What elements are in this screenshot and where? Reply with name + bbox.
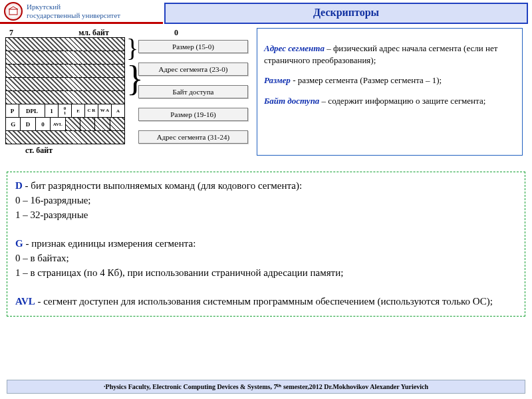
desc-text: - признак единицы измерения сегмента: xyxy=(23,238,196,249)
logo-area: Иркутский государственный университет xyxy=(0,0,163,24)
cell-CR: C R xyxy=(85,104,98,117)
byte-row xyxy=(5,77,125,91)
bit-high: 7 xyxy=(9,28,13,38)
cell-G: G xyxy=(6,118,21,130)
cell-A: A xyxy=(112,104,124,117)
svg-rect-0 xyxy=(9,9,17,15)
byte-row xyxy=(5,64,125,78)
cell-WA: W A xyxy=(98,104,112,117)
byte-row xyxy=(5,130,125,144)
label-access-byte: Байт доступа xyxy=(138,85,248,98)
cell-0-1: 01 xyxy=(59,104,72,117)
term-access: Байт доступа xyxy=(264,96,319,106)
university-logo-icon xyxy=(4,2,23,21)
byte-row-gd: G D 0 AVL xyxy=(5,117,125,131)
cell-hatched xyxy=(95,118,110,130)
desc-text: - сегмент доступен для использования сис… xyxy=(35,296,493,307)
page-title: Дескрипторы xyxy=(164,3,528,24)
symbol-D: D xyxy=(15,180,23,191)
desc-text: 0 – в байтах; xyxy=(15,251,517,266)
cell-E: E xyxy=(72,104,85,117)
bit-low: 0 xyxy=(174,28,178,38)
cell-1: 1 xyxy=(45,104,59,117)
desc-text: 1 – 32-разрядные xyxy=(15,208,517,223)
ml-byte-label: мл. байт xyxy=(78,28,109,38)
descriptor-diagram: 7 мл. байт 0 P DPL 1 01 E C R W A A xyxy=(5,28,251,156)
header-bar: Иркутский государственный университет Де… xyxy=(0,0,532,24)
brace-icon: } xyxy=(126,41,138,55)
desc-text: 1 – в страницах (по 4 Кб), при использов… xyxy=(15,266,517,281)
cell-hatched xyxy=(80,118,95,130)
byte-row-access: P DPL 1 01 E C R W A A xyxy=(5,104,125,118)
footer-credit: ·Physics Faculty, Electronic Computing D… xyxy=(7,380,525,394)
label-addr-31-24: Адрес сегмента (31-24) xyxy=(138,130,248,144)
cell-hatched xyxy=(66,118,80,130)
def-text: - размер сегмента (Размер сегмента – 1); xyxy=(291,75,442,85)
byte-row xyxy=(5,51,125,65)
definitions-box: Адрес сегмента – физический адрес начала… xyxy=(257,28,523,156)
symbol-G: G xyxy=(15,238,23,249)
label-size-15-0: Размер (15-0) xyxy=(138,40,248,53)
term-size: Размер xyxy=(264,75,291,85)
byte-row xyxy=(5,37,125,51)
university-name: Иркутский государственный университет xyxy=(27,3,120,19)
cell-D: D xyxy=(21,118,35,130)
cell-DPL: DPL xyxy=(19,104,45,117)
label-addr-23-0: Адрес сегмента (23-0) xyxy=(138,63,248,76)
symbol-AVL: AVL xyxy=(15,296,35,307)
desc-text: - бит разрядности выполняемых команд (дл… xyxy=(23,180,302,191)
label-size-19-16: Размер (19-16) xyxy=(138,108,248,121)
byte-row xyxy=(5,90,125,104)
cell-AVL: AVL xyxy=(51,118,65,130)
def-text: – содержит информацию о защите сегмента; xyxy=(319,96,485,106)
flags-description-box: D - бит разрядности выполняемых команд (… xyxy=(7,172,525,317)
cell-0: 0 xyxy=(36,118,51,130)
term-address: Адрес сегмента xyxy=(264,43,325,53)
desc-text: 0 – 16-разрядные; xyxy=(15,194,517,208)
cell-hatched xyxy=(110,118,124,130)
cell-P: P xyxy=(6,104,19,117)
